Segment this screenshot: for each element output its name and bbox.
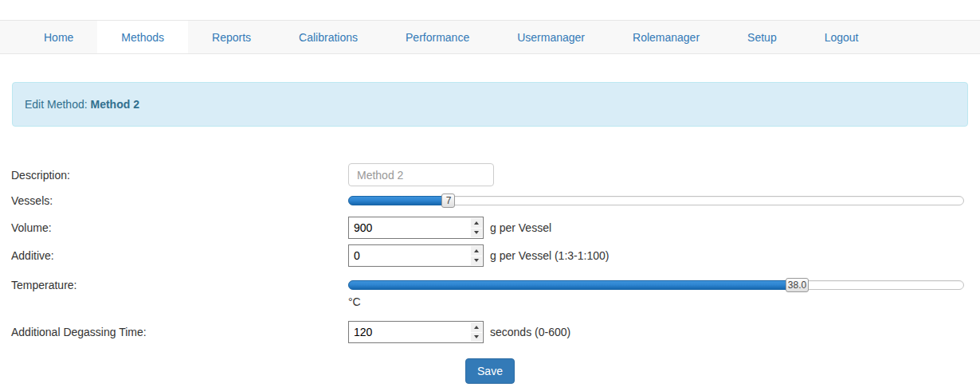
- description-row: Description:: [11, 163, 969, 186]
- volume-unit-text: g per Vessel: [490, 221, 551, 234]
- nav-tab-home[interactable]: Home: [20, 21, 97, 53]
- volume-spinner: [470, 217, 483, 238]
- degassing-label: Additional Degassing Time:: [11, 326, 348, 338]
- temperature-unit-text: °C: [348, 295, 969, 308]
- spin-down-icon: [474, 259, 479, 262]
- nav-tab-methods-link[interactable]: Methods: [97, 21, 188, 53]
- degassing-unit-text: seconds (0-600): [490, 326, 570, 338]
- save-button[interactable]: Save: [465, 358, 515, 384]
- nav-tab-rolemanager-link[interactable]: Rolemanager: [609, 21, 723, 53]
- additive-spinner: [470, 245, 483, 266]
- additive-value: 0: [349, 245, 470, 266]
- nav-tab-performance-link[interactable]: Performance: [382, 21, 493, 53]
- nav-tab-usermanager[interactable]: Usermanager: [493, 21, 609, 53]
- volume-row: Volume: 900 g per Vessel: [11, 217, 969, 239]
- temperature-row: Temperature: 38.0 °C: [11, 278, 969, 308]
- vessels-slider-thumb[interactable]: 7: [441, 194, 455, 208]
- spin-down-icon: [474, 335, 479, 338]
- description-input[interactable]: [348, 163, 494, 186]
- spin-up-icon: [474, 221, 479, 225]
- save-row: Save: [11, 358, 969, 384]
- nav-tab-logout[interactable]: Logout: [801, 21, 883, 53]
- nav-tab-calibrations[interactable]: Calibrations: [275, 21, 382, 53]
- additive-unit-text: g per Vessel (1:3-1:100): [490, 249, 609, 262]
- degassing-value: 120: [349, 322, 470, 342]
- degassing-row: Additional Degassing Time: 120 seconds (…: [11, 321, 969, 343]
- edit-method-alert: Edit Method: Method 2: [12, 82, 968, 127]
- degassing-spin-down-button[interactable]: [471, 333, 482, 342]
- edit-method-alert-prefix: Edit Method:: [25, 98, 91, 111]
- additive-spin-down-button[interactable]: [471, 256, 482, 266]
- degassing-input[interactable]: 120: [348, 321, 484, 343]
- volume-value: 900: [349, 217, 470, 238]
- spin-up-icon: [474, 249, 479, 252]
- volume-input[interactable]: 900: [348, 217, 484, 239]
- method-edit-form: Description: Vessels: 7 Volume: 900 g pe…: [11, 163, 969, 384]
- volume-spin-down-button[interactable]: [471, 229, 482, 238]
- nav-tab-setup-link[interactable]: Setup: [723, 21, 801, 53]
- degassing-spinner: [470, 322, 483, 342]
- temperature-slider-thumb[interactable]: 38.0: [786, 278, 809, 292]
- vessels-slider[interactable]: 7: [348, 194, 964, 208]
- nav-tab-reports[interactable]: Reports: [188, 21, 275, 53]
- nav-tab-calibrations-link[interactable]: Calibrations: [275, 21, 382, 53]
- volume-spin-up-button[interactable]: [471, 218, 482, 228]
- top-navbar: Home Methods Reports Calibrations Perfor…: [0, 20, 980, 54]
- additive-row: Additive: 0 g per Vessel (1:3-1:100): [11, 244, 969, 267]
- nav-tab-rolemanager[interactable]: Rolemanager: [609, 21, 723, 53]
- nav-tab-reports-link[interactable]: Reports: [188, 21, 275, 53]
- vessels-label: Vessels:: [11, 194, 348, 207]
- additive-label: Additive:: [11, 249, 348, 262]
- additive-input[interactable]: 0: [348, 244, 484, 267]
- spin-up-icon: [474, 326, 479, 329]
- temperature-slider-fill: [348, 280, 789, 290]
- nav-tab-usermanager-link[interactable]: Usermanager: [493, 21, 609, 53]
- nav-tab-setup[interactable]: Setup: [723, 21, 801, 53]
- additive-spin-up-button[interactable]: [471, 246, 482, 256]
- volume-label: Volume:: [11, 221, 348, 234]
- nav-tab-home-link[interactable]: Home: [20, 21, 97, 53]
- nav-tab-list: Home Methods Reports Calibrations Perfor…: [0, 21, 980, 53]
- temperature-label: Temperature:: [11, 278, 348, 292]
- edit-method-name: Method 2: [91, 98, 139, 111]
- nav-tab-methods[interactable]: Methods: [97, 21, 188, 53]
- spin-down-icon: [474, 231, 479, 234]
- nav-tab-logout-link[interactable]: Logout: [801, 21, 883, 53]
- vessels-slider-fill: [348, 196, 448, 205]
- description-label: Description:: [11, 169, 348, 182]
- nav-tab-performance[interactable]: Performance: [382, 21, 493, 53]
- temperature-slider[interactable]: 38.0: [348, 278, 964, 292]
- degassing-spin-up-button[interactable]: [471, 322, 482, 332]
- vessels-row: Vessels: 7: [11, 194, 969, 208]
